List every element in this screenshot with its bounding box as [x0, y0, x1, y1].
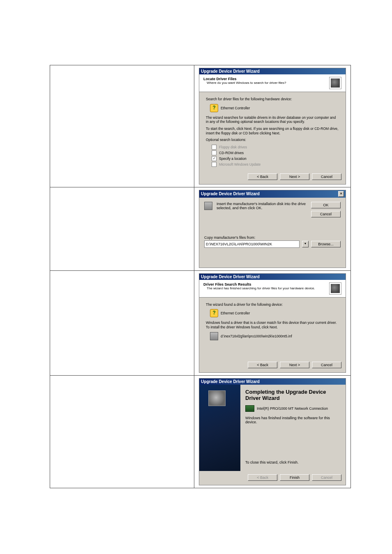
- back-button: < Back: [248, 474, 277, 481]
- device-name: Ethernet Controller: [221, 311, 250, 315]
- label-windows-update: Microsoft Windows Update: [219, 162, 261, 166]
- copy-from-label: Copy manufacturer's files from:: [204, 235, 341, 240]
- finished-installing-line: Windows has finished installing the soft…: [245, 416, 341, 424]
- screenshot-cell-1: Upgrade Device Driver Wizard Locate Driv…: [194, 65, 351, 187]
- path-input[interactable]: D:\NEX716VL2G\LAN\PRO1000\WIN2K: [204, 240, 300, 248]
- title-text: Upgrade Device Driver Wizard: [201, 379, 260, 384]
- screenshot-cell-4: Upgrade Device Driver Wizard Completing …: [194, 375, 351, 488]
- header-title: Driver Files Search Results: [203, 282, 315, 286]
- cancel-button[interactable]: Cancel: [312, 173, 341, 180]
- dialog-body: Insert the manufacturer's installation d…: [199, 198, 346, 268]
- inf-file-icon: [210, 332, 218, 340]
- next-button[interactable]: Next >: [280, 362, 309, 368]
- caption-cell-3: [50, 270, 194, 375]
- dialog-body: Search for driver files for the followin…: [199, 92, 346, 170]
- label-cdrom: CD-ROM drives: [219, 151, 244, 155]
- cancel-button: Cancel: [312, 474, 341, 481]
- ok-button[interactable]: OK: [311, 202, 341, 208]
- nic-name: Intel(R) PRO/1000 MT Network Connection: [257, 406, 328, 411]
- title-text: Upgrade Device Driver Wizard: [201, 69, 260, 74]
- wizard-dialog-insert-disk: Upgrade Device Driver Wizard × Insert th…: [199, 190, 346, 268]
- caption-cell-1: [50, 65, 194, 187]
- checkbox-specify[interactable]: ✓: [212, 156, 217, 161]
- network-card-icon: [245, 405, 254, 412]
- screenshot-cell-2: Upgrade Device Driver Wizard × Insert th…: [194, 187, 351, 270]
- wizard-icon: [329, 77, 341, 89]
- question-device-icon: ?: [210, 309, 218, 317]
- finish-button[interactable]: Finish: [280, 474, 309, 481]
- checkbox-floppy[interactable]: [212, 145, 217, 150]
- next-button[interactable]: Next >: [280, 173, 309, 180]
- search-desc-1: The wizard searches for suitable drivers…: [206, 115, 339, 124]
- browse-button[interactable]: Browse...: [311, 241, 341, 247]
- checkbox-windows-update[interactable]: [212, 162, 217, 167]
- title-text: Upgrade Device Driver Wizard: [201, 275, 260, 279]
- caption-cell-4: [50, 375, 194, 488]
- screenshot-cell-3: Upgrade Device Driver Wizard Driver File…: [194, 270, 351, 375]
- checkbox-cdrom[interactable]: [212, 150, 217, 155]
- close-wizard-line: To close this wizard, click Finish.: [245, 460, 341, 464]
- optional-locations-label: Optional search locations:: [206, 138, 339, 142]
- device-name: Ethernet Controller: [221, 106, 250, 110]
- cancel-button[interactable]: Cancel: [311, 211, 341, 217]
- disk-icon: [204, 202, 212, 210]
- title-bar: Upgrade Device Driver Wizard: [199, 274, 346, 280]
- title-bar: Upgrade Device Driver Wizard: [199, 68, 346, 74]
- closer-match-line: Windows found a driver that is a closer …: [206, 321, 339, 329]
- dropdown-arrow-icon[interactable]: ▾: [302, 241, 309, 247]
- insert-disk-message: Insert the manufacturer's installation d…: [217, 202, 307, 210]
- wizard-dialog-complete: Upgrade Device Driver Wizard Completing …: [199, 378, 346, 485]
- title-bar: Upgrade Device Driver Wizard ×: [199, 190, 346, 198]
- path-value: D:\NEX716VL2G\LAN\PRO1000\WIN2K: [206, 242, 272, 246]
- back-button[interactable]: < Back: [248, 173, 277, 180]
- completing-title: Completing the Upgrade Device Driver Wiz…: [245, 389, 341, 401]
- header-band: Locate Driver Files Where do you want Wi…: [199, 74, 346, 92]
- dialog-body: The wizard found a driver for the follow…: [199, 298, 346, 358]
- wizard-icon: [329, 282, 341, 295]
- inf-path: d:\nex716vl2g\lan\pro1000\win2k\e1000nt5…: [221, 334, 292, 338]
- question-device-icon: ?: [210, 104, 218, 112]
- wizard-side-graphic: [199, 385, 240, 471]
- search-desc-2: To start the search, click Next. If you …: [206, 127, 339, 135]
- back-button[interactable]: < Back: [248, 362, 277, 368]
- title-bar: Upgrade Device Driver Wizard: [199, 379, 346, 385]
- header-band: Driver Files Search Results The wizard h…: [199, 280, 346, 298]
- dialog-body: Completing the Upgrade Device Driver Wiz…: [199, 385, 346, 471]
- search-for-line: Search for driver files for the followin…: [206, 97, 339, 102]
- caption-cell-2: [50, 187, 194, 270]
- found-line: The wizard found a driver for the follow…: [206, 302, 339, 307]
- header-subtitle: Where do you want Windows to search for …: [207, 81, 286, 85]
- wizard-dialog-search-results: Upgrade Device Driver Wizard Driver File…: [199, 273, 346, 373]
- doc-table: Upgrade Device Driver Wizard Locate Driv…: [50, 65, 351, 488]
- label-specify: Specify a location: [219, 157, 247, 161]
- label-floppy: Floppy disk drives: [219, 145, 247, 149]
- wizard-dialog-locate: Upgrade Device Driver Wizard Locate Driv…: [199, 68, 346, 185]
- cancel-button[interactable]: Cancel: [312, 362, 341, 368]
- header-subtitle: The wizard has finished searching for dr…: [207, 286, 315, 290]
- header-title: Locate Driver Files: [203, 77, 286, 81]
- close-icon[interactable]: ×: [338, 191, 344, 197]
- title-text: Upgrade Device Driver Wizard: [201, 192, 260, 196]
